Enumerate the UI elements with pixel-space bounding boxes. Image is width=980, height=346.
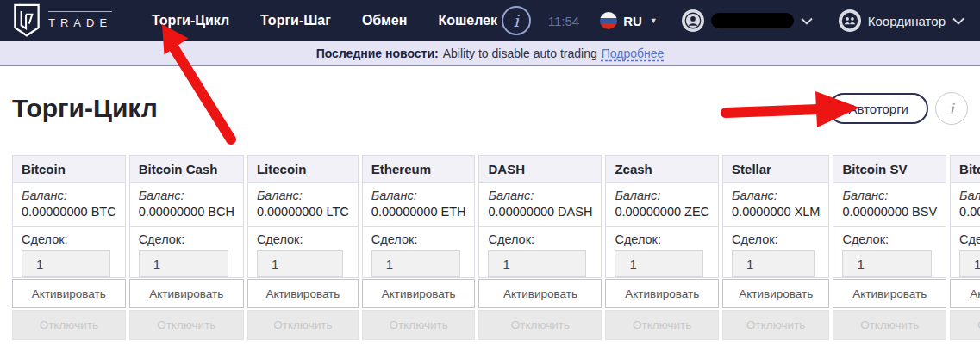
disable-button: Отключить [478, 310, 602, 340]
disable-button: Отключить [950, 310, 980, 340]
balance-value: 0.00000000 LTC [257, 205, 349, 219]
deals-cell: Сделок: [478, 226, 602, 278]
deals-label: Сделок: [959, 232, 980, 246]
user-name-redacted [711, 13, 794, 28]
coin-name-header: Bitcoin [12, 155, 126, 183]
balance-cell: Баланс: 0.00000000 BSV [833, 182, 946, 227]
deals-label: Сделок: [257, 232, 303, 246]
header-info-icon[interactable]: i [502, 6, 531, 35]
deals-cell: Сделок: [950, 226, 980, 278]
deals-cell: Сделок: [129, 226, 244, 278]
deals-count-input[interactable] [371, 250, 460, 277]
nav-item-torgi-shag[interactable]: Торги-Шаг [260, 13, 331, 28]
autotrade-info-button[interactable]: i [935, 92, 968, 125]
coin-name-header: Bitcoin Cash [129, 155, 244, 183]
coin-column: Litecoin Баланс: 0.00000000 LTC Сделок: … [247, 155, 359, 340]
activate-button[interactable]: Активировать [362, 279, 476, 308]
balance-cell: Баланс: 0.00000000 DASH [478, 182, 602, 227]
activate-button[interactable]: Активировать [950, 279, 980, 308]
disable-button: Отключить [362, 310, 476, 340]
balance-label: Баланс: [488, 188, 592, 202]
nav-item-torgi-cykl[interactable]: Торги-Цикл [152, 13, 229, 28]
activate-button[interactable]: Активировать [247, 279, 359, 308]
russia-flag-icon [600, 12, 617, 29]
balance-value: 0.00000000 BTC [22, 205, 116, 219]
disable-button: Отключить [12, 310, 126, 340]
coin-name-header: Bitcoin Gold [950, 155, 980, 183]
main-content: Торги-Цикл Автоторги i Bitcoin Баланс: 0… [0, 90, 980, 340]
activate-button[interactable]: Активировать [605, 279, 719, 308]
language-selector[interactable]: RU ▼ [600, 12, 658, 29]
top-header: TRADE Торги-Цикл Торги-Шаг Обмен Кошелек… [0, 0, 980, 41]
coin-column: Ethereum Баланс: 0.00000000 ETH Сделок: … [362, 155, 476, 340]
deals-cell: Сделок: [12, 226, 126, 278]
language-caret-icon: ▼ [650, 16, 658, 25]
activate-button[interactable]: Активировать [129, 279, 244, 308]
coin-column: DASH Баланс: 0.00000000 DASH Сделок: Акт… [478, 155, 602, 340]
coin-name-header: Litecoin [247, 155, 359, 183]
balance-label: Баланс: [22, 188, 116, 202]
deals-count-input[interactable] [22, 250, 110, 277]
user-menu[interactable] [682, 9, 813, 32]
coin-column: Bitcoin Cash Баланс: 0.00000000 BCH Сдел… [129, 155, 244, 340]
role-chevron-down-icon [952, 17, 964, 25]
deals-count-input[interactable] [842, 250, 931, 277]
role-menu[interactable]: Координатор [839, 9, 964, 32]
balance-value: 0.0000000 XLM [732, 205, 820, 219]
coin-name-header: DASH [478, 155, 602, 183]
disable-button: Отключить [722, 310, 829, 340]
deals-count-input[interactable] [488, 250, 586, 277]
coin-column: Bitcoin Gold Баланс: 0.00000000 BTG Сдел… [950, 155, 980, 340]
deals-count-input[interactable] [139, 250, 229, 277]
main-nav: Торги-Цикл Торги-Шаг Обмен Кошелек [152, 13, 497, 28]
activate-button[interactable]: Активировать [12, 279, 126, 308]
balance-value: 0.00000000 BTG [959, 205, 980, 219]
logo-wordmark: TRADE [48, 11, 112, 29]
app-logo[interactable]: TRADE [12, 3, 112, 38]
deals-count-input[interactable] [615, 250, 703, 277]
deals-label: Сделок: [488, 232, 534, 246]
nav-item-obmen[interactable]: Обмен [362, 13, 408, 28]
deals-label: Сделок: [139, 232, 185, 246]
coin-column: Bitcoin Баланс: 0.00000000 BTC Сделок: А… [12, 155, 126, 340]
balance-label: Баланс: [371, 188, 466, 202]
activate-button[interactable]: Активировать [478, 279, 602, 308]
balance-label: Баланс: [732, 188, 820, 202]
deals-label: Сделок: [732, 232, 778, 246]
nav-item-koshelek[interactable]: Кошелек [438, 13, 497, 28]
balance-value: 0.00000000 BCH [139, 205, 234, 219]
disable-button: Отключить [129, 310, 244, 340]
role-group-icon [839, 9, 861, 32]
deals-cell: Сделок: [247, 226, 359, 278]
language-code: RU [623, 14, 642, 28]
coin-name-header: Ethereum [362, 155, 476, 183]
coin-name-header: Zcash [605, 155, 719, 183]
shield-logo-icon [12, 3, 41, 38]
deals-label: Сделок: [615, 232, 661, 246]
deals-count-input[interactable] [257, 250, 344, 277]
coin-name-header: Bitcoin SV [833, 155, 946, 183]
balance-label: Баланс: [959, 188, 980, 202]
balance-cell: Баланс: 0.00000000 BTG [950, 182, 980, 227]
balance-cell: Баланс: 0.00000000 ETH [362, 182, 476, 227]
page-title: Торги-Цикл [12, 94, 158, 123]
news-more-link[interactable]: Подробнее [602, 46, 665, 60]
disable-button: Отключить [247, 310, 359, 340]
clock: 11:54 [548, 14, 579, 28]
balance-cell: Баланс: 0.00000000 BTC [12, 182, 126, 227]
balance-value: 0.00000000 ETH [371, 205, 466, 219]
balance-label: Баланс: [257, 188, 349, 202]
disable-button: Отключить [605, 310, 719, 340]
deals-cell: Сделок: [722, 226, 829, 278]
balance-cell: Баланс: 0.00000000 ZEC [605, 182, 719, 227]
trading-table: Bitcoin Баланс: 0.00000000 BTC Сделок: А… [12, 155, 968, 340]
activate-button[interactable]: Активировать [722, 279, 829, 308]
news-text: Ability to disable auto trading [443, 46, 597, 60]
news-bar: Последние новости: Ability to disable au… [0, 41, 980, 66]
deals-count-input[interactable] [959, 250, 980, 277]
deals-count-input[interactable] [732, 250, 815, 277]
autotrade-button[interactable]: Автоторги [828, 93, 928, 124]
activate-button[interactable]: Активировать [833, 279, 946, 308]
coin-column: Stellar Баланс: 0.0000000 XLM Сделок: Ак… [722, 155, 829, 340]
coin-column: Zcash Баланс: 0.00000000 ZEC Сделок: Акт… [605, 155, 719, 340]
